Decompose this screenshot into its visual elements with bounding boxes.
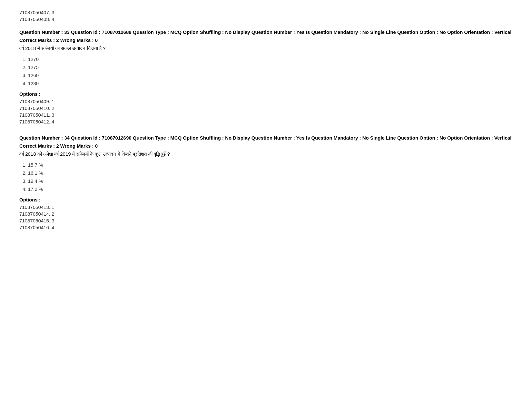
question-text-34: वर्ष 2018 की अपेक्षा वर्ष 2019 में सब्जि…	[19, 151, 513, 157]
prev-option-line-2: 71087050408. 4	[19, 16, 513, 22]
option-id-33-3: 71087050411. 3	[19, 112, 513, 118]
prev-option-num-1: 3	[52, 10, 54, 15]
marks-line-34: Correct Marks : 2 Wrong Marks : 0	[19, 143, 513, 149]
option-id-33-2: 71087050410. 2	[19, 105, 513, 111]
marks-text-33: Correct Marks : 2 Wrong Marks : 0	[19, 37, 98, 43]
choice-33-2: 2. 1275	[23, 64, 513, 70]
options-label-34: Options :	[19, 197, 513, 202]
question-header-text-33: Question Number : 33 Question Id : 71087…	[19, 29, 511, 35]
choice-33-4: 4. 1280	[23, 81, 513, 86]
prev-option-id-1: 71087050407	[19, 10, 49, 15]
choice-34-3: 3. 19.4 %	[23, 178, 513, 184]
choice-33-3: 3. 1260	[23, 73, 513, 78]
option-id-34-1: 71087050413. 1	[19, 204, 513, 210]
question-text-33: वर्ष 2018 में सब्जियों का सकल उत्पादन कि…	[19, 45, 513, 51]
question-header-34: Question Number : 34 Question Id : 71087…	[19, 134, 513, 142]
question-header-text-34: Question Number : 34 Question Id : 71087…	[19, 135, 511, 141]
choice-33-1: 1. 1270	[23, 56, 513, 62]
option-id-34-4: 71087050416. 4	[19, 225, 513, 230]
options-label-33: Options :	[19, 91, 513, 97]
question-block-33: Question Number : 33 Question Id : 71087…	[19, 28, 513, 124]
prev-option-line-1: 71087050407. 3	[19, 10, 513, 15]
option-id-33-4: 71087050412. 4	[19, 119, 513, 124]
option-id-34-2: 71087050414. 2	[19, 211, 513, 217]
prev-option-num-2: 4	[52, 16, 54, 22]
prev-options-section: 71087050407. 3 71087050408. 4	[19, 10, 513, 22]
option-id-34-3: 71087050415. 3	[19, 218, 513, 223]
choice-34-2: 2. 16.1 %	[23, 170, 513, 176]
choices-list-33: 1. 1270 2. 1275 3. 1260 4. 1280	[19, 56, 513, 86]
question-block-34: Question Number : 34 Question Id : 71087…	[19, 134, 513, 230]
option-id-33-1: 71087050409. 1	[19, 99, 513, 104]
question-header-33: Question Number : 33 Question Id : 71087…	[19, 28, 513, 36]
choices-list-34: 1. 15.7 % 2. 16.1 % 3. 19.4 % 4. 17.2 %	[19, 162, 513, 192]
choice-34-4: 4. 17.2 %	[23, 186, 513, 192]
prev-option-id-2: 71087050408	[19, 16, 49, 22]
choice-34-1: 1. 15.7 %	[23, 162, 513, 168]
marks-line-33: Correct Marks : 2 Wrong Marks : 0	[19, 37, 513, 43]
marks-text-34: Correct Marks : 2 Wrong Marks : 0	[19, 143, 98, 149]
